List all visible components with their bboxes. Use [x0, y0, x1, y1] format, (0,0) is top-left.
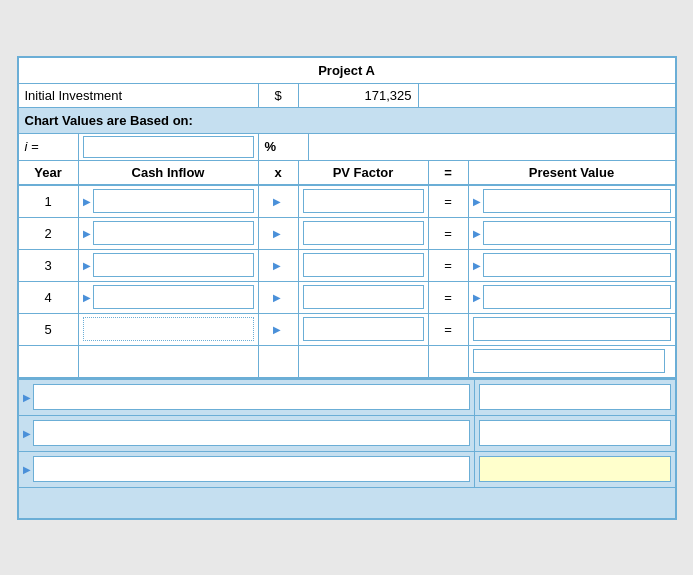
x-1: ▶ — [259, 186, 299, 217]
arrow-icon-pv-1: ▶ — [273, 196, 281, 207]
cash-inflow-1-cell: ▶ — [79, 186, 259, 217]
x-2: ▶ — [259, 218, 299, 249]
dollar-sign: $ — [259, 84, 299, 107]
arrow-icon-blue-3: ▶ — [23, 464, 31, 475]
year-4: 4 — [19, 282, 79, 313]
cash-inflow-3-cell: ▶ — [79, 250, 259, 281]
blue-left-3-cell: ▶ — [19, 452, 475, 487]
pv-factor-5-cell — [299, 314, 429, 345]
arrow-icon-pval-1: ▶ — [473, 196, 481, 207]
blue-section: ▶ ▶ ▶ — [19, 378, 675, 518]
blue-row-1: ▶ — [19, 380, 675, 416]
pv-factor-3-cell — [299, 250, 429, 281]
cash-inflow-3-input[interactable] — [93, 253, 254, 277]
equals-5: = — [429, 314, 469, 345]
equals-1: = — [429, 186, 469, 217]
pv-factor-1-input[interactable] — [303, 189, 424, 213]
cash-inflow-1-input[interactable] — [93, 189, 254, 213]
arrow-icon-blue-2: ▶ — [23, 428, 31, 439]
cash-inflow-5-input[interactable] — [83, 317, 254, 341]
interest-rate-input[interactable] — [83, 136, 254, 158]
pv-factor-4-cell — [299, 282, 429, 313]
blue-left-2-input[interactable] — [33, 420, 470, 446]
pv-factor-1-cell — [299, 186, 429, 217]
table-row: 5 ▶ = — [19, 314, 675, 346]
pv-factor-3-input[interactable] — [303, 253, 424, 277]
present-value-3-input[interactable] — [483, 253, 671, 277]
total-row — [19, 346, 675, 378]
blue-row-2: ▶ — [19, 416, 675, 452]
equals-2: = — [429, 218, 469, 249]
present-value-4-cell: ▶ — [469, 282, 675, 313]
chart-values-row: Chart Values are Based on: — [19, 108, 675, 134]
table-row: 3 ▶ ▶ = ▶ — [19, 250, 675, 282]
table-header-row: Year Cash Inflow x PV Factor = Present V… — [19, 161, 675, 186]
pv-factor-5-input[interactable] — [303, 317, 424, 341]
blue-right-2-input[interactable] — [479, 420, 671, 446]
blue-row-3: ▶ — [19, 452, 675, 488]
total-cash-empty — [79, 346, 259, 377]
year-3: 3 — [19, 250, 79, 281]
header-pv-factor: PV Factor — [299, 161, 429, 184]
spreadsheet-container: Project A Initial Investment $ 171,325 C… — [17, 56, 677, 520]
x-3: ▶ — [259, 250, 299, 281]
interest-rate-label: i = — [19, 134, 79, 160]
equals-4: = — [429, 282, 469, 313]
initial-investment-empty — [419, 84, 675, 107]
present-value-3-cell: ▶ — [469, 250, 675, 281]
present-value-2-cell: ▶ — [469, 218, 675, 249]
header-x: x — [259, 161, 299, 184]
arrow-icon-pv-5: ▶ — [273, 324, 281, 335]
header-equals: = — [429, 161, 469, 184]
cash-inflow-2-cell: ▶ — [79, 218, 259, 249]
pv-factor-4-input[interactable] — [303, 285, 424, 309]
total-x-empty — [259, 346, 299, 377]
cash-inflow-4-input[interactable] — [93, 285, 254, 309]
cash-inflow-5-cell — [79, 314, 259, 345]
present-value-1-input[interactable] — [483, 189, 671, 213]
equals-3: = — [429, 250, 469, 281]
bottom-empty-row — [19, 488, 675, 518]
x-5: ▶ — [259, 314, 299, 345]
arrow-icon-pval-2: ▶ — [473, 228, 481, 239]
blue-right-2-cell — [475, 416, 675, 451]
blue-right-3-input[interactable] — [479, 456, 671, 482]
present-value-4-input[interactable] — [483, 285, 671, 309]
present-value-5-input[interactable] — [473, 317, 671, 341]
chart-values-label: Chart Values are Based on: — [19, 108, 675, 133]
arrow-icon-pval-4: ▶ — [473, 292, 481, 303]
total-present-value-cell — [469, 346, 669, 377]
table-row: 1 ▶ ▶ = ▶ — [19, 186, 675, 218]
interest-rate-input-cell — [79, 134, 259, 160]
arrow-icon-1: ▶ — [83, 196, 91, 207]
blue-right-1-cell — [475, 380, 675, 415]
interest-rate-empty — [309, 134, 675, 160]
total-present-value-input[interactable] — [473, 349, 665, 373]
interest-rate-row: i = % — [19, 134, 675, 161]
pv-factor-2-cell — [299, 218, 429, 249]
blue-left-2-cell: ▶ — [19, 416, 475, 451]
blue-left-1-input[interactable] — [33, 384, 470, 410]
header-present-value: Present Value — [469, 161, 675, 184]
arrow-icon-blue-1: ▶ — [23, 392, 31, 403]
arrow-icon-pval-3: ▶ — [473, 260, 481, 271]
initial-investment-row: Initial Investment $ 171,325 — [19, 84, 675, 108]
arrow-icon-pv-4: ▶ — [273, 292, 281, 303]
arrow-icon-2: ▶ — [83, 228, 91, 239]
initial-investment-value: 171,325 — [299, 84, 419, 107]
cash-inflow-4-cell: ▶ — [79, 282, 259, 313]
cash-inflow-2-input[interactable] — [93, 221, 254, 245]
table-row: 2 ▶ ▶ = ▶ — [19, 218, 675, 250]
percent-label: % — [259, 134, 309, 160]
arrow-icon-pv-2: ▶ — [273, 228, 281, 239]
pv-factor-2-input[interactable] — [303, 221, 424, 245]
header-cash-inflow: Cash Inflow — [79, 161, 259, 184]
present-value-2-input[interactable] — [483, 221, 671, 245]
header-year: Year — [19, 161, 79, 184]
year-2: 2 — [19, 218, 79, 249]
blue-right-1-input[interactable] — [479, 384, 671, 410]
blue-right-3-cell — [475, 452, 675, 487]
arrow-icon-4: ▶ — [83, 292, 91, 303]
blue-left-3-input[interactable] — [33, 456, 470, 482]
present-value-5-cell — [469, 314, 675, 345]
